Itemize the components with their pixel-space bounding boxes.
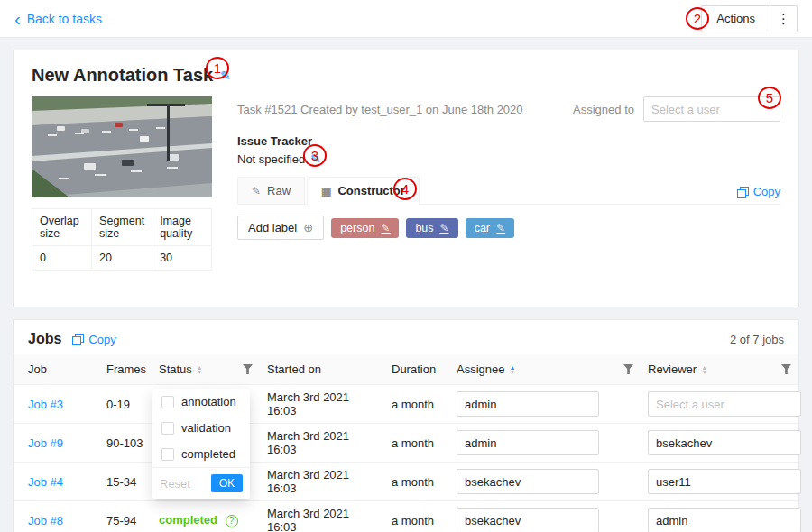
sort-icons[interactable]: ▲ ▼: [197, 365, 203, 374]
checkbox-annotation[interactable]: [161, 396, 174, 408]
filter-ok-button[interactable]: OK: [211, 474, 243, 492]
job-link[interactable]: Job #9: [28, 436, 63, 450]
plus-circle-icon: ⊕: [303, 221, 313, 234]
task-params-table: Overlap size Segment size Image quality …: [32, 208, 212, 271]
task-preview-image: [32, 96, 212, 197]
filter-option-label: annotation: [181, 395, 236, 408]
jobs-count: 2 of 7 jobs: [730, 333, 784, 346]
duration-cell: a month: [384, 385, 449, 424]
status-help-icon[interactable]: ?: [226, 515, 238, 527]
labels-constructor-panel: Add label ⊕ person ✎ bus ✎ car ✎: [237, 205, 780, 251]
param-header-quality: Image quality: [152, 209, 212, 246]
job-link[interactable]: Job #3: [28, 398, 63, 411]
param-value-quality: 30: [152, 246, 212, 271]
assignee-input[interactable]: [457, 430, 599, 455]
duration-cell: a month: [384, 463, 449, 501]
filter-option-completed[interactable]: completed: [152, 441, 250, 467]
edit-icon[interactable]: ✎: [496, 222, 505, 234]
edit-icon[interactable]: ✎: [440, 222, 449, 234]
col-header-status[interactable]: Status ▲ ▼: [152, 354, 260, 385]
copy-jobs-link[interactable]: Copy: [72, 333, 115, 346]
job-row: Job #9 90-103 March 3rd 2021 16:03 a mon…: [14, 424, 798, 463]
status-filter-dropdown: annotation validation completed Reset OK: [152, 389, 250, 499]
annotation-circle-4: 4: [393, 178, 417, 200]
assignee-input[interactable]: [457, 508, 599, 532]
status-header-label: Status: [159, 362, 192, 376]
label-chip-name: car: [475, 222, 490, 234]
filter-reset-button[interactable]: Reset: [160, 477, 190, 491]
back-chevron-icon: ‹: [14, 13, 21, 25]
page: ‹ Back to tasks Actions ⋮ New Annotation…: [0, 0, 812, 532]
job-link[interactable]: Job #4: [28, 475, 63, 489]
sort-caret-down-icon: ▼: [509, 370, 515, 374]
add-label-button[interactable]: Add label ⊕: [237, 216, 324, 240]
status-completed-text: completed: [159, 513, 217, 527]
sort-icons[interactable]: ▲ ▼: [509, 365, 515, 374]
reviewer-input[interactable]: [648, 430, 801, 455]
filter-option-validation[interactable]: validation: [152, 415, 250, 441]
started-cell: March 3rd 2021 16:03: [260, 424, 384, 463]
reviewer-input[interactable]: [648, 469, 801, 494]
tab-raw-label: Raw: [267, 184, 291, 197]
more-menu-button[interactable]: ⋮: [770, 6, 797, 32]
assignee-header-label: Assignee: [457, 362, 504, 376]
reviewer-header-label: Reviewer: [648, 362, 697, 376]
task-right-column: Task #1521 Created by test_user_1 on Jun…: [237, 96, 780, 271]
label-chip-person[interactable]: person ✎: [331, 218, 399, 238]
reviewer-filter-icon[interactable]: [781, 364, 791, 374]
label-chip-name: bus: [415, 222, 433, 234]
col-header-reviewer[interactable]: Reviewer ▲ ▼: [641, 354, 798, 385]
reviewer-input[interactable]: [648, 508, 801, 532]
checkbox-completed[interactable]: [161, 448, 174, 461]
frames-cell: 90-103: [99, 424, 152, 463]
copy-labels-link[interactable]: Copy: [737, 185, 780, 204]
frames-cell: 15-34: [99, 463, 152, 501]
duration-cell: a month: [384, 424, 449, 463]
col-header-started: Started on: [260, 354, 384, 385]
assignee-input[interactable]: [457, 469, 599, 494]
status-filter-icon[interactable]: [243, 364, 253, 374]
copy-icon: [72, 334, 83, 344]
jobs-table: Job Frames Status ▲ ▼ Started on: [14, 354, 798, 532]
edit-icon[interactable]: ✎: [381, 222, 390, 234]
annotation-circle-5: 5: [758, 87, 781, 109]
reviewer-input[interactable]: [648, 391, 801, 417]
jobs-title: Jobs: [28, 331, 61, 347]
filter-option-annotation[interactable]: annotation: [152, 389, 250, 415]
back-to-tasks-link[interactable]: ‹ Back to tasks: [14, 12, 102, 26]
add-label-text: Add label: [248, 221, 297, 234]
status-cell: completed ?: [152, 501, 260, 532]
assignee-filter-icon[interactable]: [623, 364, 633, 374]
param-header-overlap: Overlap size: [32, 209, 92, 246]
task-title: New Annotation Task: [32, 65, 213, 86]
param-value-overlap: 0: [32, 246, 92, 271]
label-chip-car[interactable]: car ✎: [466, 218, 514, 238]
duration-cell: a month: [384, 501, 449, 532]
sort-icons[interactable]: ▲ ▼: [701, 365, 707, 374]
sort-caret-down-icon: ▼: [701, 370, 707, 374]
sort-caret-down-icon: ▼: [197, 370, 203, 374]
task-meta: Task #1521 Created by test_user_1 on Jun…: [237, 103, 523, 116]
copy-labels-label: Copy: [753, 185, 780, 198]
started-cell: March 3rd 2021 16:03: [260, 501, 384, 532]
job-link[interactable]: Job #8: [28, 514, 63, 527]
assigned-to-label: Assigned to: [573, 103, 634, 116]
job-row: Job #8 75-94 completed ? March 3rd 2021 …: [14, 501, 798, 532]
checkbox-validation[interactable]: [161, 422, 174, 435]
col-header-assignee[interactable]: Assignee ▲ ▼: [449, 354, 641, 385]
filter-option-label: validation: [181, 421, 231, 435]
tab-raw[interactable]: ✎ Raw: [237, 177, 305, 204]
actions-button-group: Actions ⋮: [701, 5, 798, 32]
issue-tracker-value: Not specified: [237, 152, 305, 166]
label-chip-bus[interactable]: bus ✎: [406, 218, 457, 238]
jobs-card: Jobs Copy 2 of 7 jobs Job Frames Status: [13, 319, 799, 532]
frames-cell: 75-94: [99, 501, 152, 532]
col-header-frames: Frames: [99, 354, 152, 385]
frames-cell: 0-19: [99, 385, 152, 424]
actions-button[interactable]: Actions: [702, 6, 770, 32]
started-cell: March 3rd 2021 16:03: [260, 385, 384, 424]
labels-tabs-bar: ✎ Raw ▦ Constructor Copy: [237, 177, 780, 205]
col-header-duration: Duration: [384, 354, 449, 385]
assignee-input[interactable]: [457, 391, 599, 417]
pencil-icon: ✎: [252, 185, 261, 197]
